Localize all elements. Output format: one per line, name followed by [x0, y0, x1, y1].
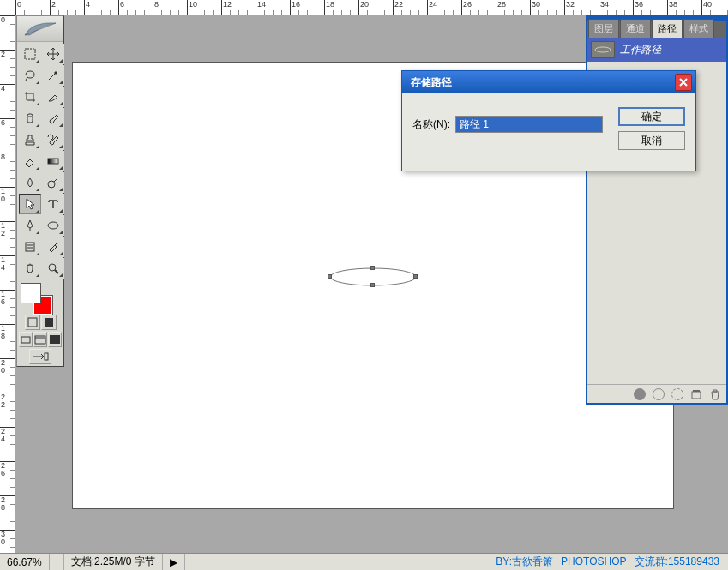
- cancel-button[interactable]: 取消: [618, 131, 685, 150]
- vertical-ruler: 024681012141618202224262830: [0, 15, 15, 553]
- move-tool[interactable]: [42, 44, 64, 64]
- path-select-tool[interactable]: [19, 194, 41, 214]
- dialog-button-column: 确定 取消: [618, 107, 685, 150]
- fill-path-icon[interactable]: [634, 388, 646, 400]
- blur-tool[interactable]: [19, 172, 41, 193]
- screen-full-button[interactable]: [48, 332, 62, 347]
- brush-tool[interactable]: [42, 108, 64, 129]
- lasso-tool[interactable]: [19, 65, 41, 86]
- svg-rect-15: [45, 318, 53, 327]
- stroke-path-icon[interactable]: [653, 388, 665, 400]
- stamp-tool[interactable]: [19, 129, 41, 150]
- credit-text: BY:古欲香箫 PHOTOSHOP 交流群:155189433: [490, 555, 728, 569]
- eyedropper-tool[interactable]: [42, 237, 64, 257]
- color-swatches: [17, 280, 63, 313]
- ellipse-tool[interactable]: [42, 215, 64, 236]
- marquee-tool[interactable]: [19, 44, 41, 64]
- dialog-titlebar[interactable]: 存储路径: [402, 71, 695, 93]
- svg-point-6: [48, 181, 55, 188]
- close-icon: [678, 77, 689, 87]
- path-thumbnail: [591, 41, 615, 58]
- slice-tool[interactable]: [42, 87, 64, 107]
- path-anchor-bottom[interactable]: [370, 283, 375, 287]
- path-anchor-top[interactable]: [370, 266, 375, 270]
- screen-standard-button[interactable]: [19, 332, 33, 347]
- svg-rect-5: [48, 159, 58, 164]
- dialog-body: 名称(N): 确定 取消: [402, 93, 695, 171]
- panel-footer: [587, 384, 726, 403]
- ok-button[interactable]: 确定: [618, 107, 685, 126]
- dialog-form: 名称(N):: [412, 107, 608, 133]
- path-name-input[interactable]: [455, 116, 603, 133]
- quickmask-off-button[interactable]: [25, 315, 40, 330]
- svg-rect-2: [27, 114, 33, 123]
- ellipse-path-shape[interactable]: [330, 268, 416, 285]
- path-list-item[interactable]: 工作路径: [587, 38, 726, 62]
- tool-grid: [17, 42, 63, 280]
- svg-rect-9: [26, 243, 34, 251]
- svg-line-13: [55, 270, 58, 273]
- toolbox-header: [17, 16, 63, 42]
- zoom-tool[interactable]: [42, 258, 64, 279]
- name-label: 名称(N):: [412, 117, 450, 132]
- svg-rect-24: [693, 390, 700, 392]
- tab-styles[interactable]: 样式: [683, 19, 714, 38]
- svg-rect-20: [45, 353, 48, 360]
- toolbox-panel: [16, 15, 64, 367]
- tab-paths[interactable]: 路径: [652, 19, 683, 38]
- svg-point-22: [595, 47, 611, 52]
- svg-point-12: [49, 264, 56, 271]
- tab-layers[interactable]: 图层: [588, 19, 619, 38]
- dialog-close-button[interactable]: [675, 74, 692, 91]
- new-path-icon[interactable]: [690, 388, 702, 400]
- history-brush-tool[interactable]: [42, 129, 64, 150]
- tab-channels[interactable]: 通道: [620, 19, 651, 38]
- status-bar: 66.67% 文档:2.25M/0 字节 ▶ BY:古欲香箫 PHOTOSHOP…: [0, 553, 728, 570]
- path-anchor-right[interactable]: [413, 274, 418, 279]
- svg-rect-17: [35, 336, 45, 344]
- svg-rect-1: [25, 49, 35, 59]
- path-anchor-left[interactable]: [328, 274, 332, 279]
- magic-wand-tool[interactable]: [42, 65, 64, 86]
- status-arrow[interactable]: ▶: [163, 554, 185, 570]
- foreground-color-swatch[interactable]: [21, 284, 40, 303]
- svg-rect-23: [692, 392, 701, 399]
- eraser-tool[interactable]: [19, 151, 41, 171]
- save-path-dialog: 存储路径 名称(N): 确定 取消: [401, 70, 696, 171]
- svg-rect-16: [21, 337, 30, 343]
- quickmask-on-button[interactable]: [41, 315, 57, 330]
- jump-to-button[interactable]: [29, 349, 51, 364]
- toolbox-misc: [17, 313, 63, 366]
- svg-line-7: [54, 178, 57, 182]
- svg-line-4: [26, 164, 29, 167]
- crop-tool[interactable]: [19, 87, 41, 107]
- svg-rect-19: [50, 335, 60, 344]
- gradient-tool[interactable]: [42, 151, 64, 171]
- document-size[interactable]: 文档:2.25M/0 字节: [64, 554, 163, 570]
- screen-full-menu-button[interactable]: [33, 332, 47, 347]
- pen-tool[interactable]: [19, 215, 41, 236]
- photoshop-feather-icon: [23, 20, 57, 39]
- type-tool[interactable]: [42, 194, 64, 214]
- delete-path-icon[interactable]: [709, 388, 721, 400]
- zoom-level[interactable]: 66.67%: [0, 554, 50, 570]
- svg-point-8: [48, 222, 58, 229]
- svg-rect-14: [28, 318, 37, 327]
- hand-tool[interactable]: [19, 258, 41, 279]
- healing-tool[interactable]: [19, 108, 41, 129]
- dodge-tool[interactable]: [42, 172, 64, 193]
- path-to-selection-icon[interactable]: [671, 388, 683, 400]
- dialog-title-text: 存储路径: [411, 75, 452, 90]
- notes-tool[interactable]: [19, 237, 41, 257]
- path-item-name: 工作路径: [620, 43, 661, 57]
- horizontal-ruler: 0246810121416182022242628303234363840: [0, 0, 728, 15]
- status-gap: [50, 554, 64, 570]
- panel-tab-bar: 图层 通道 路径 样式: [587, 21, 726, 38]
